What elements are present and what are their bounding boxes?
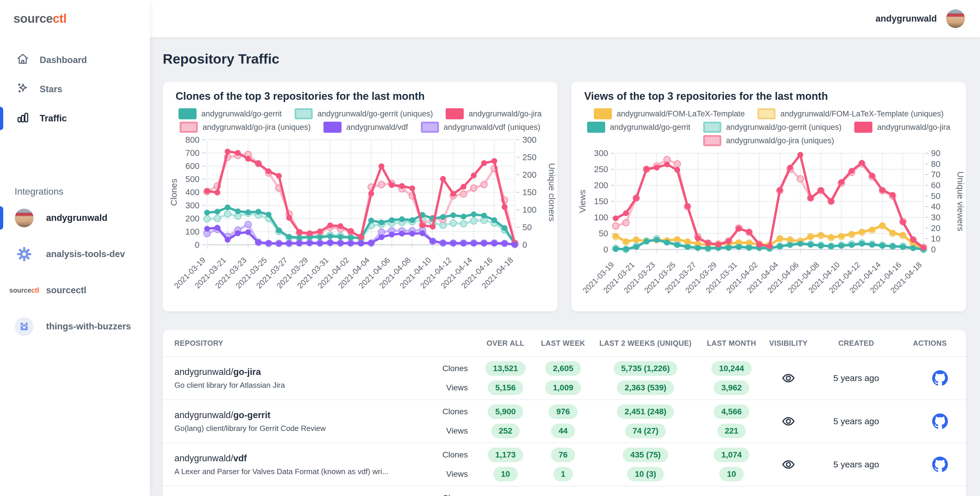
legend-item[interactable]: andygrunwald/FOM-LaTeX-Template (uniques… (757, 108, 943, 119)
legend-label: andygrunwald/go-gerrit (201, 109, 282, 118)
repository-name[interactable]: andygrunwald/go-gerrit (174, 410, 428, 420)
legend-label: andygrunwald/go-gerrit (uniques) (317, 109, 433, 118)
github-link-icon[interactable] (895, 413, 966, 429)
svg-text:800: 800 (185, 135, 199, 144)
chart-area: 0100200300400500600700800050100150200250… (163, 135, 557, 306)
svg-text:200: 200 (594, 180, 608, 190)
column-header-over-all[interactable]: OVER ALL (472, 339, 539, 348)
svg-text:50: 50 (522, 223, 532, 232)
metric-badges: 13,5215,156 (472, 361, 539, 395)
metric-badges: 1,07410 (704, 448, 759, 482)
sidebar-item-stars[interactable]: Stars (0, 75, 150, 104)
svg-text:150: 150 (522, 188, 536, 197)
repository-table: REPOSITORYOVER ALLLAST WEEKLAST 2 WEEKS … (163, 330, 966, 496)
repository-description: Go(lang) client/library for Gerrit Code … (174, 424, 428, 433)
chart-legend: andygrunwald/go-gerritandygrunwald/go-ge… (163, 108, 557, 133)
legend-label: andygrunwald/go-gerrit (uniques) (726, 123, 842, 132)
clones-chart[interactable]: 0100200300400500600700800050100150200250… (163, 135, 557, 306)
chart-title: Views of the top 3 repositories for the … (571, 90, 966, 102)
legend-label: andygrunwald/FOM-LaTeX-Template (617, 109, 745, 118)
legend-row: andygrunwald/go-gerritandygrunwald/go-ge… (163, 108, 557, 119)
column-header-last-week[interactable]: LAST WEEK (539, 339, 587, 348)
svg-text:0: 0 (603, 245, 608, 254)
visibility-icon[interactable] (759, 458, 818, 472)
clones-chart-card: Clones of the top 3 repositories for the… (163, 82, 557, 311)
clones-badge: 1,074 (714, 448, 749, 462)
column-header-visibility[interactable]: VISIBILITY (759, 339, 818, 348)
sourcectl-logo-icon: sourcectl (14, 287, 34, 294)
legend-label: andygrunwald/vdf (uniques) (444, 123, 541, 132)
created-cell: 5 years ago (818, 459, 895, 469)
column-header-actions[interactable]: ACTIONS (895, 339, 966, 348)
repository-cell[interactable]: andygrunwald/go-gerritGo(lang) client/li… (163, 410, 428, 433)
github-link-icon[interactable] (895, 370, 966, 386)
visibility-icon[interactable] (759, 414, 818, 428)
username[interactable]: andygrunwald (876, 13, 937, 24)
legend-item[interactable]: andygrunwald/go-jira (uniques) (703, 135, 834, 146)
clones-badge: 1,173 (488, 448, 523, 462)
legend-swatch-icon (703, 135, 721, 146)
legend-item[interactable]: andygrunwald/vdf (323, 122, 408, 133)
legend-item[interactable]: andygrunwald/go-gerrit (uniques) (703, 122, 842, 133)
user-avatar-icon (14, 209, 34, 227)
sidebar-item-traffic[interactable]: Traffic (0, 104, 150, 133)
legend-item[interactable]: andygrunwald/vdf (uniques) (421, 122, 541, 133)
column-header-last-month[interactable]: LAST MONTH (704, 339, 759, 348)
sidebar-integration-things-with-buzzers[interactable]: things-with-buzzers (0, 308, 150, 344)
svg-text:300: 300 (594, 148, 608, 158)
legend-swatch-icon (294, 108, 313, 119)
svg-text:400: 400 (185, 188, 199, 197)
legend-label: andygrunwald/go-jira (877, 123, 950, 132)
views-badge: 1 (553, 467, 573, 482)
column-header-repository[interactable]: REPOSITORY (163, 339, 428, 348)
legend-item[interactable]: andygrunwald/go-jira (uniques) (180, 122, 310, 133)
bar-chart-icon (16, 111, 29, 126)
sidebar-item-dashboard[interactable]: Dashboard (0, 46, 150, 75)
metric-badges: 5,735 (1,226)2,363 (539) (587, 361, 704, 395)
clones-badge: 976 (549, 404, 578, 419)
metric-labels: ClonesViews (428, 491, 472, 496)
legend-item[interactable]: andygrunwald/go-jira (445, 108, 542, 119)
integration-label: andygrunwald (46, 213, 107, 223)
views-badge: 74 (27) (625, 424, 666, 438)
repository-description: A Lexer and Parser for Valves Data Forma… (174, 467, 428, 476)
clones-badge: 2,605 (545, 361, 581, 376)
svg-text:700: 700 (185, 148, 199, 158)
legend-item[interactable]: andygrunwald/go-gerrit (178, 108, 282, 119)
repository-cell[interactable]: andygrunwald/go-jiraGo client library fo… (163, 367, 428, 390)
legend-item[interactable]: andygrunwald/FOM-LaTeX-Template (594, 108, 745, 119)
repository-cell[interactable]: andygrunwald/vdfA Lexer and Parser for V… (163, 453, 428, 476)
clones-badge: 10,244 (711, 361, 752, 376)
sidebar-integration-andygrunwald[interactable]: andygrunwald (0, 200, 150, 236)
legend-swatch-icon (323, 122, 342, 133)
legend-item[interactable]: andygrunwald/go-jira (854, 122, 950, 133)
legend-swatch-icon (703, 122, 721, 133)
table-body: andygrunwald/go-jiraGo client library fo… (163, 357, 966, 496)
home-icon (16, 53, 29, 68)
legend-row: andygrunwald/go-jira (uniques)andygrunwa… (163, 122, 557, 133)
repository-name[interactable]: andygrunwald/vdf (174, 453, 428, 464)
sourcectl-logo[interactable]: sourcectl (0, 0, 150, 37)
svg-text:100: 100 (522, 205, 536, 214)
repository-name[interactable]: andygrunwald/go-jira (174, 367, 428, 377)
svg-text:50: 50 (931, 191, 940, 201)
visibility-icon[interactable] (759, 371, 818, 385)
clones-badge: 13,521 (485, 361, 526, 376)
svg-text:Clones: Clones (169, 179, 178, 206)
user-avatar[interactable] (946, 10, 965, 28)
sidebar-integration-sourcectl[interactable]: sourcectl sourcectl (0, 272, 150, 308)
views-chart[interactable]: 0501001502002503000102030405060708090202… (572, 148, 966, 311)
legend-item[interactable]: andygrunwald/go-gerrit (587, 122, 690, 133)
sidebar-integration-analysis-tools-dev[interactable]: analysis-tools-dev (0, 236, 150, 272)
legend-item[interactable]: andygrunwald/go-gerrit (uniques) (294, 108, 433, 119)
repository-description: Go client library for Atlassian Jira (174, 381, 428, 390)
main-content: Repository Traffic Clones of the top 3 r… (150, 37, 980, 496)
created-cell: 5 years ago (818, 416, 895, 426)
github-link-icon[interactable] (895, 457, 966, 472)
legend-swatch-icon (757, 108, 776, 119)
clones-badge: 4,566 (714, 404, 749, 419)
chart-legend: andygrunwald/FOM-LaTeX-Templateandygrunw… (571, 108, 966, 146)
column-header-created[interactable]: CREATED (818, 339, 895, 348)
svg-text:600: 600 (185, 161, 199, 171)
column-header-last-2-weeks-unique-[interactable]: LAST 2 WEEKS (UNIQUE) (587, 339, 704, 348)
